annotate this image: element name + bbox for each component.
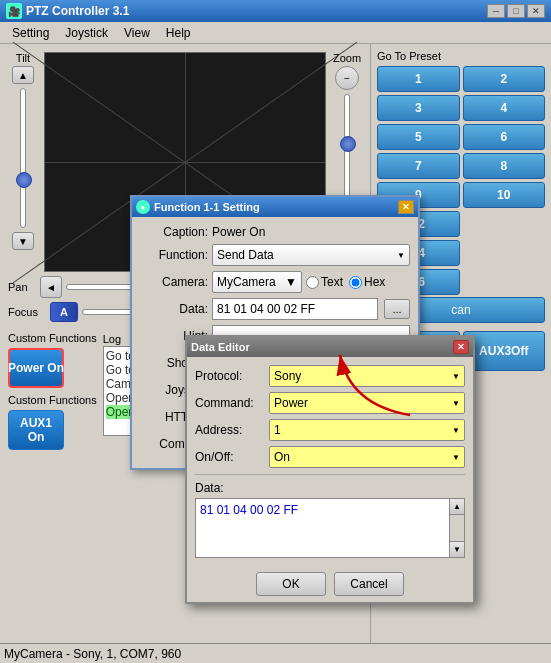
tilt-control: Tilt ▲ ▼ — [8, 52, 38, 272]
onoff-label: On/Off: — [195, 450, 265, 464]
function-select[interactable]: Send Data ▼ — [212, 244, 410, 266]
camera-select[interactable]: MyCamera ▼ — [212, 271, 302, 293]
onoff-row: On/Off: On ▼ — [195, 446, 465, 468]
camera-row: Camera: MyCamera ▼ Text Hex — [140, 271, 410, 293]
data-label: Data: — [140, 302, 208, 316]
preset-label: Go To Preset — [377, 50, 545, 62]
title-bar-controls: ─ □ ✕ — [487, 4, 545, 18]
address-select[interactable]: 1 ▼ — [269, 419, 465, 441]
menu-help[interactable]: Help — [158, 24, 199, 42]
protocol-label: Protocol: — [195, 369, 265, 383]
editor-footer: OK Cancel — [187, 566, 473, 602]
camera-radio-group: Text Hex — [306, 275, 385, 289]
editor-cancel-button[interactable]: Cancel — [334, 572, 404, 596]
pan-left-button[interactable]: ◄ — [40, 276, 62, 298]
camera-label: Camera: — [140, 275, 208, 289]
preset-button-3[interactable]: 3 — [377, 95, 460, 121]
preset-button-7[interactable]: 7 — [377, 153, 460, 179]
tilt-up-button[interactable]: ▲ — [12, 66, 34, 84]
focus-label: Focus — [8, 306, 46, 318]
function-dialog-close[interactable]: ✕ — [398, 200, 414, 214]
hex-radio[interactable]: Hex — [349, 275, 385, 289]
command-select[interactable]: Power ▼ — [269, 392, 465, 414]
data-editor-titlebar: Data Editor ✕ — [187, 337, 473, 357]
data-value-scroll: 81 01 04 00 02 FF ▲ ▼ — [195, 498, 465, 558]
data-section-label: Data: — [195, 481, 465, 495]
data-value-content[interactable]: 81 01 04 00 02 FF — [195, 498, 449, 558]
menu-joystick[interactable]: Joystick — [57, 24, 116, 42]
log-label: Log — [103, 333, 121, 345]
menu-setting[interactable]: Setting — [4, 24, 57, 42]
editor-ok-button[interactable]: OK — [256, 572, 326, 596]
data-scrollbar: ▲ ▼ — [449, 498, 465, 558]
address-row: Address: 1 ▼ — [195, 419, 465, 441]
scroll-down[interactable]: ▼ — [450, 541, 464, 557]
onoff-arrow: ▼ — [452, 453, 460, 462]
command-label: Command: — [195, 396, 265, 410]
function-row: Function: Send Data ▼ — [140, 244, 410, 266]
function-dialog-titlebar: ● Function 1-1 Setting ✕ — [132, 197, 418, 217]
protocol-arrow: ▼ — [452, 372, 460, 381]
close-button[interactable]: ✕ — [527, 4, 545, 18]
data-input-text: 81 01 04 00 02 FF — [217, 302, 373, 316]
function-dialog-title: Function 1-1 Setting — [154, 201, 394, 213]
camera-input-group: MyCamera ▼ Text Hex — [212, 271, 410, 293]
preset-button-4[interactable]: 4 — [463, 95, 546, 121]
status-bar: MyCamera - Sony, 1, COM7, 960 — [0, 643, 551, 663]
power-on-button[interactable]: Power On — [8, 348, 64, 388]
address-arrow: ▼ — [452, 426, 460, 435]
preset-button-10[interactable]: 10 — [463, 182, 546, 208]
protocol-select[interactable]: Sony ▼ — [269, 365, 465, 387]
title-bar: 🎥 PTZ Controller 3.1 ─ □ ✕ — [0, 0, 551, 22]
status-text: MyCamera - Sony, 1, COM7, 960 — [4, 647, 181, 661]
tilt-slider-track — [20, 88, 26, 228]
data-row: Data: 81 01 04 00 02 FF ... — [140, 298, 410, 320]
custom-functions-label-1: Custom Functions — [8, 332, 97, 344]
dots-button[interactable]: ... — [384, 299, 410, 319]
aux1-on-button[interactable]: AUX1On — [8, 410, 64, 450]
data-input[interactable]: 81 01 04 00 02 FF — [212, 298, 378, 320]
custom-functions-label-2: Custom Functions — [8, 394, 97, 406]
preset-button-2[interactable]: 2 — [463, 66, 546, 92]
address-label: Address: — [195, 423, 265, 437]
tilt-down-button[interactable]: ▼ — [12, 232, 34, 250]
menu-bar: Setting Joystick View Help — [0, 22, 551, 44]
command-row: Command: Power ▼ — [195, 392, 465, 414]
zoom-in-button[interactable]: − — [335, 66, 359, 90]
data-editor-title: Data Editor — [191, 341, 449, 353]
preset-button-6[interactable]: 6 — [463, 124, 546, 150]
data-editor-body: Protocol: Sony ▼ Command: Power ▼ Addres… — [187, 357, 473, 566]
protocol-row: Protocol: Sony ▼ — [195, 365, 465, 387]
app-title: PTZ Controller 3.1 — [26, 4, 487, 18]
command-arrow: ▼ — [452, 399, 460, 408]
function-label: Function: — [140, 248, 208, 262]
zoom-slider-thumb[interactable] — [340, 136, 356, 152]
minimize-button[interactable]: ─ — [487, 4, 505, 18]
onoff-select[interactable]: On ▼ — [269, 446, 465, 468]
tilt-slider-thumb[interactable] — [16, 172, 32, 188]
data-editor-dialog[interactable]: Data Editor ✕ Protocol: Sony ▼ Command: … — [185, 335, 475, 604]
data-section: Data: 81 01 04 00 02 FF ▲ ▼ — [195, 474, 465, 558]
function-dialog-icon: ● — [136, 200, 150, 214]
preset-button-1[interactable]: 1 — [377, 66, 460, 92]
caption-label: Caption: — [140, 225, 208, 239]
custom-functions: Custom Functions Power On Custom Functio… — [8, 326, 97, 450]
menu-view[interactable]: View — [116, 24, 158, 42]
preset-button-5[interactable]: 5 — [377, 124, 460, 150]
scroll-up[interactable]: ▲ — [450, 499, 464, 515]
maximize-button[interactable]: □ — [507, 4, 525, 18]
preset-button-8[interactable]: 8 — [463, 153, 546, 179]
caption-row: Caption: Power On — [140, 225, 410, 239]
data-editor-close[interactable]: ✕ — [453, 340, 469, 354]
focus-toggle-button[interactable]: A — [50, 302, 78, 322]
function-select-arrow: ▼ — [397, 251, 405, 260]
text-radio[interactable]: Text — [306, 275, 343, 289]
caption-value: Power On — [212, 225, 410, 239]
scroll-track — [450, 515, 464, 541]
app-icon: 🎥 — [6, 3, 22, 19]
